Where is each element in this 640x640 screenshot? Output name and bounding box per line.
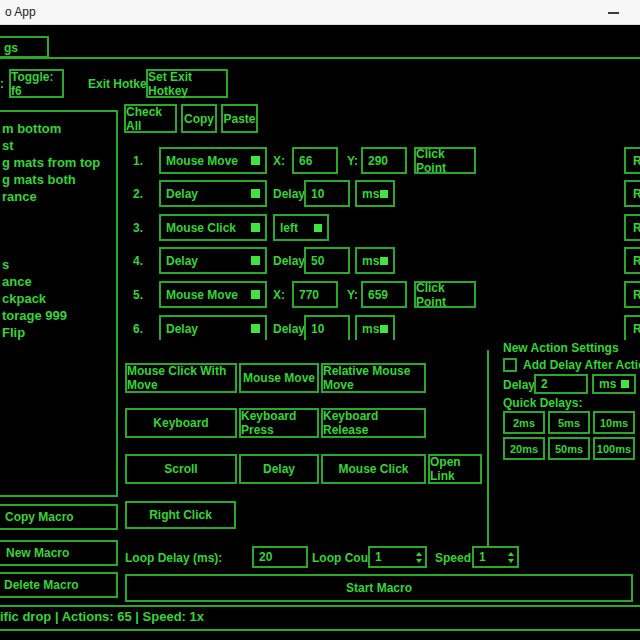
action-type-value: Mouse Move	[166, 288, 238, 302]
loop-delay-input[interactable]: 20	[252, 546, 308, 568]
remove-action-button[interactable]: R	[624, 247, 640, 274]
chevron-down-icon[interactable]	[416, 559, 422, 563]
action-type-dropdown[interactable]: Mouse Move	[159, 281, 267, 308]
check-all-button[interactable]: Check All	[124, 104, 177, 133]
new-macro-button[interactable]: New Macro	[0, 540, 118, 566]
quick-delay-100ms-button[interactable]: 100ms	[593, 437, 635, 460]
nas-unit-dropdown[interactable]: ms	[592, 374, 636, 394]
delay-input[interactable]: 50	[304, 247, 350, 274]
nas-unit-value: ms	[599, 377, 616, 391]
list-item[interactable]: rance	[2, 188, 114, 205]
dropdown-arrow-icon	[251, 256, 260, 265]
action-number: 4.	[133, 247, 151, 274]
chevron-down-icon[interactable]	[508, 559, 514, 563]
list-item[interactable]: ckpack	[2, 290, 114, 307]
dropdown-arrow-icon	[380, 325, 388, 333]
action-type-dropdown[interactable]: Delay	[159, 247, 267, 274]
quick-delay-50ms-button[interactable]: 50ms	[548, 437, 590, 460]
quick-delay-2ms-button[interactable]: 2ms	[503, 411, 545, 434]
mouse-button-value: left	[280, 221, 298, 235]
list-item[interactable]	[2, 239, 114, 256]
action-row: 3. Mouse Click left	[125, 214, 329, 241]
chevron-up-icon[interactable]	[508, 552, 514, 556]
dropdown-arrow-icon	[251, 156, 260, 165]
relative-mouse-move-button[interactable]: Relative Mouse Move	[321, 363, 426, 393]
speed-stepper[interactable]: 1	[472, 546, 519, 568]
x-input[interactable]: 770	[292, 281, 338, 308]
dropdown-arrow-icon	[251, 324, 260, 333]
y-input[interactable]: 659	[361, 281, 407, 308]
list-item[interactable]	[2, 222, 114, 239]
list-item[interactable]: ance	[2, 273, 114, 290]
action-type-value: Mouse Move	[166, 154, 238, 168]
click-point-button[interactable]: Click Point	[414, 281, 476, 308]
unit-dropdown[interactable]: ms	[355, 247, 395, 274]
copy-macro-button[interactable]: Copy Macro	[0, 504, 118, 530]
x-input[interactable]: 66	[292, 147, 338, 174]
delay-input[interactable]: 10	[304, 315, 350, 340]
action-type-dropdown[interactable]: Delay	[159, 180, 267, 207]
add-delay-checkbox-label[interactable]: Add Delay After Action	[523, 358, 640, 372]
dropdown-arrow-icon	[380, 190, 388, 198]
remove-action-button[interactable]: R	[624, 180, 640, 207]
stepper-arrows[interactable]	[416, 552, 422, 563]
keyboard-release-button[interactable]: Keyboard Release	[321, 408, 426, 438]
toggle-hotkey-button[interactable]: Toggle: f6	[9, 69, 64, 98]
action-type-dropdown[interactable]: Mouse Click	[159, 214, 267, 241]
minimize-button[interactable]	[596, 0, 630, 25]
list-item[interactable]	[2, 205, 114, 222]
action-type-dropdown[interactable]: Mouse Move	[159, 147, 267, 174]
list-item[interactable]: s	[2, 256, 114, 273]
loop-delay-label: Loop Delay (ms):	[125, 551, 222, 565]
scroll-button[interactable]: Scroll	[125, 454, 237, 484]
action-number: 1.	[133, 147, 151, 174]
remove-action-button[interactable]: R	[624, 315, 640, 340]
action-number: 6.	[133, 315, 151, 340]
delay-input[interactable]: 10	[304, 180, 350, 207]
set-exit-hotkey-button[interactable]: Set Exit Hotkey	[146, 69, 228, 98]
open-link-button[interactable]: Open Link	[428, 454, 482, 484]
list-item[interactable]: m bottom	[2, 120, 114, 137]
mouse-button-dropdown[interactable]: left	[273, 214, 329, 241]
right-click-button[interactable]: Right Click	[125, 501, 236, 529]
loop-count-stepper[interactable]: 1	[368, 546, 427, 568]
tab-settings[interactable]: gs	[0, 36, 49, 58]
start-macro-button[interactable]: Start Macro	[125, 574, 633, 602]
macro-list: m bottom st g mats from top g mats both …	[2, 120, 114, 341]
action-type-dropdown[interactable]: Delay	[159, 315, 267, 340]
delay-button[interactable]: Delay	[239, 454, 319, 484]
add-delay-checkbox[interactable]	[503, 358, 517, 372]
action-number: 3.	[133, 214, 151, 241]
action-type-value: Mouse Click	[166, 221, 236, 235]
quick-delay-20ms-button[interactable]: 20ms	[503, 437, 545, 460]
speed-label: Speed:	[435, 551, 475, 565]
remove-action-button[interactable]: R	[624, 147, 640, 174]
unit-dropdown[interactable]: ms	[355, 180, 395, 207]
unit-dropdown[interactable]: ms	[355, 315, 395, 340]
status-bar-divider-bottom	[0, 629, 640, 631]
copy-button[interactable]: Copy	[181, 104, 217, 133]
nas-delay-input[interactable]: 2	[534, 374, 588, 394]
remove-action-button[interactable]: R	[624, 214, 640, 241]
paste-button[interactable]: Paste	[221, 104, 258, 133]
quick-delay-5ms-button[interactable]: 5ms	[548, 411, 590, 434]
quick-delay-10ms-button[interactable]: 10ms	[593, 411, 635, 434]
delete-macro-button[interactable]: Delete Macro	[0, 572, 118, 598]
keyboard-button[interactable]: Keyboard	[125, 408, 237, 438]
action-type-value: Delay	[166, 254, 198, 268]
new-action-settings-border	[487, 350, 489, 546]
click-point-button[interactable]: Click Point	[414, 147, 476, 174]
stepper-arrows[interactable]	[508, 552, 514, 563]
list-item[interactable]: g mats both	[2, 171, 114, 188]
mouse-click-button[interactable]: Mouse Click	[321, 454, 426, 484]
tab-settings-label: gs	[4, 41, 18, 55]
chevron-up-icon[interactable]	[416, 552, 422, 556]
mouse-click-with-move-button[interactable]: Mouse Click With Move	[125, 363, 237, 393]
dropdown-arrow-icon	[314, 224, 322, 232]
list-item[interactable]: st	[2, 137, 114, 154]
keyboard-press-button[interactable]: Keyboard Press	[239, 408, 319, 438]
mouse-move-button[interactable]: Mouse Move	[239, 363, 319, 393]
list-item[interactable]: g mats from top	[2, 154, 114, 171]
remove-action-button[interactable]: R	[624, 281, 640, 308]
y-input[interactable]: 290	[361, 147, 407, 174]
